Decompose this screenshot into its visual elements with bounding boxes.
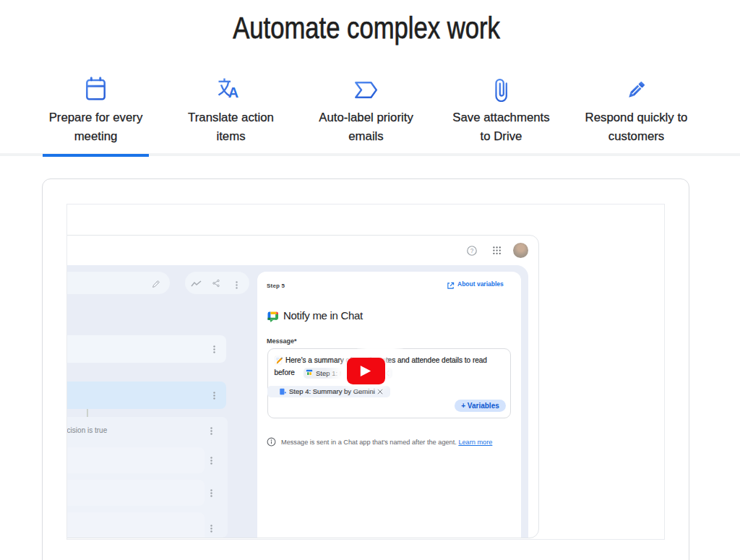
svg-text:?: ?: [470, 248, 473, 254]
svg-text:A: A: [228, 85, 238, 98]
